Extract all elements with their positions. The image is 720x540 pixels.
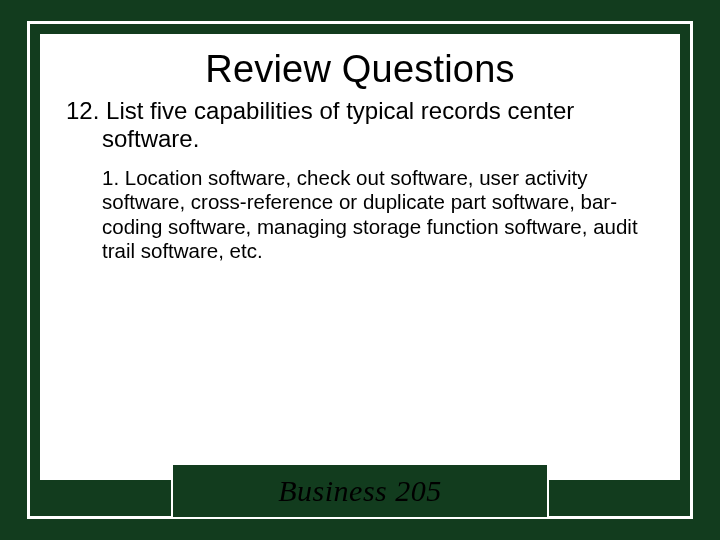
footer-text: Business 205 — [278, 474, 442, 508]
footer-box: Business 205 — [171, 463, 549, 519]
question-block: 12. List five capabilities of typical re… — [66, 97, 654, 152]
answer-text: 1. Location software, check out software… — [66, 166, 654, 263]
slide-title: Review Questions — [66, 48, 654, 91]
content-box: Review Questions 12. List five capabilit… — [40, 34, 680, 480]
slide-frame: Review Questions 12. List five capabilit… — [27, 21, 693, 519]
question-text: 12. List five capabilities of typical re… — [66, 97, 654, 152]
